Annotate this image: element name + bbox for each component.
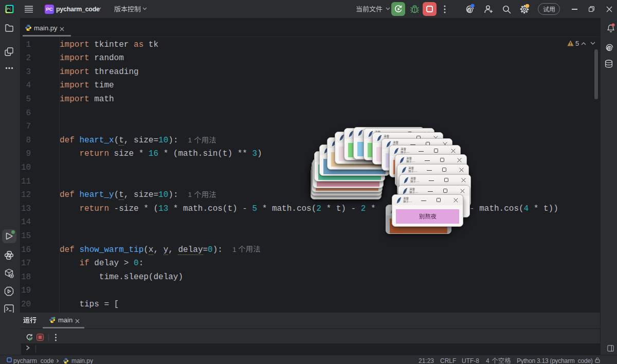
svg-text:PC: PC <box>7 7 12 11</box>
